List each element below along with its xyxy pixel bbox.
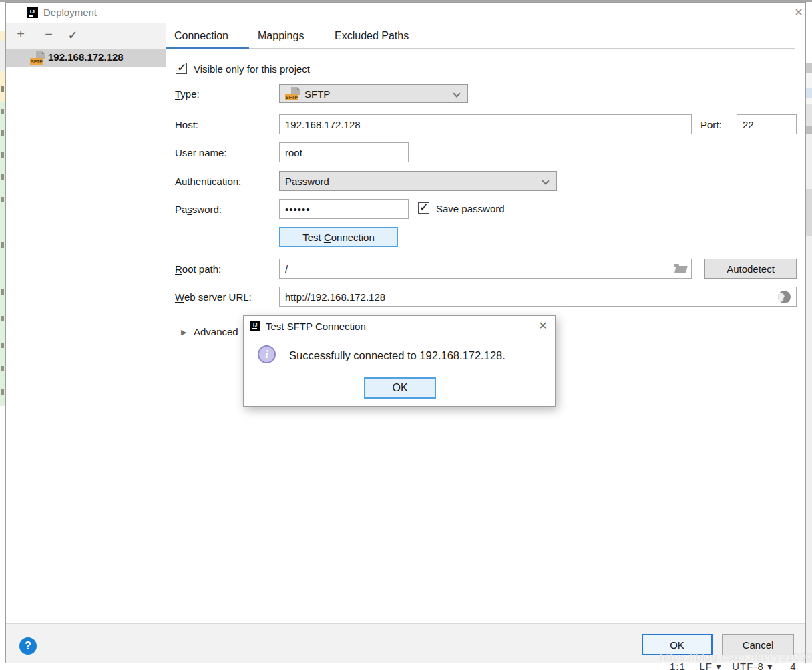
visible-only-checkbox[interactable]: ✓: [176, 63, 187, 74]
browse-folder-icon[interactable]: [674, 264, 686, 273]
remove-server-icon[interactable]: −: [41, 27, 57, 42]
tab-excluded-paths[interactable]: Excluded Paths: [335, 30, 409, 42]
use-as-default-icon[interactable]: ✓: [65, 28, 81, 43]
checkmark-icon: ✓: [177, 61, 186, 75]
tab-connection[interactable]: Connection: [174, 30, 228, 42]
chevron-down-icon: [542, 177, 549, 184]
authentication-value: Password: [285, 176, 329, 187]
sidebar-divider: [166, 23, 166, 623]
save-password-checkbox[interactable]: ✓: [418, 202, 429, 214]
username-label: User name:: [175, 147, 227, 158]
sftp-server-icon: SFTP: [30, 51, 45, 65]
type-value: SFTP: [304, 88, 330, 100]
deployment-dialog: IJ Deployment ✕ + − ✓ SFTP 192.168.172.1…: [5, 2, 806, 663]
tabbar-divider: [249, 48, 795, 49]
intellij-logo-icon: IJ: [250, 321, 260, 331]
dialog-title: Deployment: [43, 7, 97, 18]
host-input[interactable]: [279, 114, 692, 134]
close-icon[interactable]: ✕: [792, 6, 805, 19]
web-server-url-input[interactable]: [279, 287, 797, 307]
checkmark-icon: ✓: [419, 200, 429, 214]
password-label: Password:: [175, 204, 222, 215]
chevron-down-icon: [453, 90, 460, 97]
info-icon: i: [258, 345, 276, 363]
host-label: Host:: [175, 119, 198, 130]
test-connection-button[interactable]: Test Connection: [279, 227, 398, 247]
expand-triangle-icon[interactable]: ▶: [181, 328, 186, 337]
modal-ok-button[interactable]: OK: [364, 377, 436, 399]
dialog-titlebar: IJ Deployment ✕: [6, 3, 805, 23]
root-path-input[interactable]: [279, 259, 692, 279]
advanced-section-label[interactable]: Advanced: [194, 326, 238, 337]
tab-mappings[interactable]: Mappings: [258, 30, 304, 42]
active-tab-underline: [166, 47, 249, 49]
port-input[interactable]: [737, 114, 797, 134]
port-label: Port:: [700, 119, 722, 130]
watermark: https://blog.csdn.net/ily910905: [660, 651, 812, 664]
intellij-logo-icon: IJ: [27, 7, 38, 18]
server-item-label: 192.168.172.128: [48, 51, 124, 63]
authentication-label: Authentication:: [175, 176, 241, 187]
modal-title: Test SFTP Connection: [266, 321, 366, 332]
password-input[interactable]: [279, 199, 409, 219]
modal-message: Successfully connected to 192.168.172.12…: [289, 349, 505, 362]
test-sftp-connection-modal: IJ Test SFTP Connection ✕ i Successfully…: [243, 315, 556, 407]
visible-only-label[interactable]: Visible only for this project: [194, 63, 310, 75]
server-list-toolbar: + − ✓: [6, 23, 166, 49]
authentication-combobox[interactable]: Password: [279, 171, 557, 191]
root-path-label: Root path:: [175, 263, 221, 275]
autodetect-button[interactable]: Autodetect: [704, 259, 797, 279]
server-list-item-selected[interactable]: SFTP 192.168.172.128: [6, 49, 166, 67]
username-input[interactable]: [279, 142, 409, 162]
sftp-type-icon: SFTP: [285, 87, 300, 100]
close-icon[interactable]: ✕: [536, 319, 550, 333]
type-label: Type:: [175, 88, 200, 100]
globe-icon: [778, 291, 791, 303]
help-icon[interactable]: ?: [19, 637, 37, 655]
screen: 1:1 LF ▾ UTF-8 ▾ 4 IJ Deployment ✕ + − ✓…: [0, 0, 812, 670]
type-combobox[interactable]: SFTP SFTP: [279, 84, 468, 103]
web-server-url-label: Web server URL:: [175, 291, 252, 303]
add-server-icon[interactable]: +: [13, 27, 29, 42]
background-editor-strip-left: [0, 2, 5, 670]
background-editor-strip-right: [806, 2, 812, 670]
save-password-label[interactable]: Save password: [436, 203, 505, 214]
